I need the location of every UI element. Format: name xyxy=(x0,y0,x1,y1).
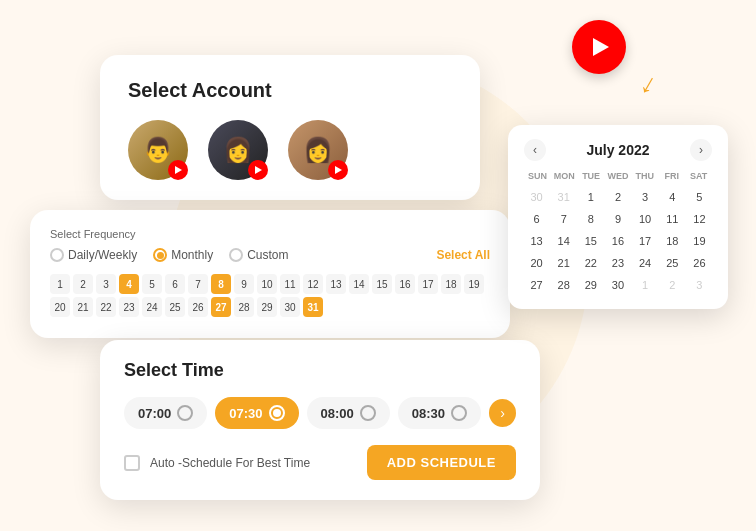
add-schedule-button[interactable]: ADD SCHEDULE xyxy=(367,445,516,480)
calendar-date[interactable]: 11 xyxy=(660,209,685,229)
yt-badge-3 xyxy=(328,160,348,180)
calendar-prev-button[interactable]: ‹ xyxy=(524,139,546,161)
avatars-row: 👨 👩 👩 xyxy=(128,120,452,180)
calendar-day-name: SUN xyxy=(524,171,551,181)
freq-date-cell[interactable]: 6 xyxy=(165,274,185,294)
calendar-dates-grid: 3031123456789101112131415161718192021222… xyxy=(524,187,712,295)
freq-date-cell[interactable]: 11 xyxy=(280,274,300,294)
calendar-day-name: THU xyxy=(631,171,658,181)
auto-schedule-label: Auto -Schedule For Best Time xyxy=(150,456,357,470)
freq-date-cell[interactable]: 20 xyxy=(50,297,70,317)
freq-date-cell[interactable]: 30 xyxy=(280,297,300,317)
calendar-date[interactable]: 12 xyxy=(687,209,712,229)
calendar-date[interactable]: 2 xyxy=(605,187,630,207)
radio-daily xyxy=(50,248,64,262)
calendar-date[interactable]: 4 xyxy=(660,187,685,207)
time-slot-0830[interactable]: 08:30 xyxy=(398,397,481,429)
time-next-arrow[interactable]: › xyxy=(489,399,516,427)
calendar-date[interactable]: 9 xyxy=(605,209,630,229)
freq-date-cell[interactable]: 7 xyxy=(188,274,208,294)
frequency-card: Select Frequency Daily/Weekly Monthly Cu… xyxy=(30,210,510,338)
calendar-date[interactable]: 15 xyxy=(578,231,603,251)
freq-date-cell[interactable]: 9 xyxy=(234,274,254,294)
account-avatar-3[interactable]: 👩 xyxy=(288,120,348,180)
calendar-date[interactable]: 27 xyxy=(524,275,549,295)
freq-date-cell[interactable]: 27 xyxy=(211,297,231,317)
calendar-date[interactable]: 1 xyxy=(633,275,658,295)
calendar-date[interactable]: 28 xyxy=(551,275,576,295)
time-dot-0700 xyxy=(177,405,193,421)
account-avatar-1[interactable]: 👨 xyxy=(128,120,188,180)
freq-date-cell[interactable]: 26 xyxy=(188,297,208,317)
calendar-date[interactable]: 3 xyxy=(687,275,712,295)
freq-date-cell[interactable]: 1 xyxy=(50,274,70,294)
calendar-date[interactable]: 1 xyxy=(578,187,603,207)
time-slot-0700[interactable]: 07:00 xyxy=(124,397,207,429)
freq-date-cell[interactable]: 12 xyxy=(303,274,323,294)
calendar-date[interactable]: 30 xyxy=(524,187,549,207)
calendar-date[interactable]: 3 xyxy=(633,187,658,207)
calendar-date[interactable]: 14 xyxy=(551,231,576,251)
calendar-date[interactable]: 16 xyxy=(605,231,630,251)
auto-schedule-checkbox[interactable] xyxy=(124,455,140,471)
freq-date-cell[interactable]: 4 xyxy=(119,274,139,294)
freq-date-cell[interactable]: 8 xyxy=(211,274,231,294)
freq-date-cell[interactable]: 25 xyxy=(165,297,185,317)
calendar-day-names: SUNMONTUEWEDTHUFRISAT xyxy=(524,171,712,181)
calendar-day-name: FRI xyxy=(658,171,685,181)
freq-date-cell[interactable]: 16 xyxy=(395,274,415,294)
calendar-date[interactable]: 23 xyxy=(605,253,630,273)
freq-monthly[interactable]: Monthly xyxy=(153,248,213,262)
calendar-date[interactable]: 20 xyxy=(524,253,549,273)
radio-monthly-dot xyxy=(157,252,164,259)
account-avatar-2[interactable]: 👩 xyxy=(208,120,268,180)
freq-date-cell[interactable]: 29 xyxy=(257,297,277,317)
freq-date-cell[interactable]: 19 xyxy=(464,274,484,294)
calendar-date[interactable]: 21 xyxy=(551,253,576,273)
freq-date-cell[interactable]: 14 xyxy=(349,274,369,294)
freq-date-cell[interactable]: 24 xyxy=(142,297,162,317)
calendar-date[interactable]: 10 xyxy=(633,209,658,229)
calendar-next-button[interactable]: › xyxy=(690,139,712,161)
calendar-date[interactable]: 22 xyxy=(578,253,603,273)
time-dot-0730 xyxy=(269,405,285,421)
calendar-date[interactable]: 24 xyxy=(633,253,658,273)
calendar-date[interactable]: 13 xyxy=(524,231,549,251)
calendar-date[interactable]: 26 xyxy=(687,253,712,273)
freq-date-cell[interactable]: 2 xyxy=(73,274,93,294)
youtube-main-icon[interactable] xyxy=(572,20,626,74)
calendar-date[interactable]: 6 xyxy=(524,209,549,229)
yt-badge-2 xyxy=(248,160,268,180)
freq-custom[interactable]: Custom xyxy=(229,248,288,262)
freq-date-cell[interactable]: 23 xyxy=(119,297,139,317)
freq-daily-weekly[interactable]: Daily/Weekly xyxy=(50,248,137,262)
calendar-date[interactable]: 30 xyxy=(605,275,630,295)
calendar-date[interactable]: 25 xyxy=(660,253,685,273)
calendar-date[interactable]: 18 xyxy=(660,231,685,251)
freq-date-cell[interactable]: 10 xyxy=(257,274,277,294)
freq-date-cell[interactable]: 31 xyxy=(303,297,323,317)
calendar-date[interactable]: 17 xyxy=(633,231,658,251)
calendar-day-name: MON xyxy=(551,171,578,181)
freq-date-cell[interactable]: 15 xyxy=(372,274,392,294)
calendar-date[interactable]: 7 xyxy=(551,209,576,229)
freq-date-cell[interactable]: 5 xyxy=(142,274,162,294)
freq-date-cell[interactable]: 28 xyxy=(234,297,254,317)
freq-date-cell[interactable]: 21 xyxy=(73,297,93,317)
freq-date-cell[interactable]: 17 xyxy=(418,274,438,294)
calendar-date[interactable]: 31 xyxy=(551,187,576,207)
calendar-date[interactable]: 5 xyxy=(687,187,712,207)
calendar-date[interactable]: 2 xyxy=(660,275,685,295)
time-slot-0730[interactable]: 07:30 xyxy=(215,397,298,429)
calendar-date[interactable]: 29 xyxy=(578,275,603,295)
date-grid: 1234567891011121314151617181920212223242… xyxy=(50,274,490,317)
freq-date-cell[interactable]: 3 xyxy=(96,274,116,294)
freq-date-row: 12345678910111213141516171819 xyxy=(50,274,490,294)
freq-date-cell[interactable]: 18 xyxy=(441,274,461,294)
calendar-date[interactable]: 19 xyxy=(687,231,712,251)
calendar-date[interactable]: 8 xyxy=(578,209,603,229)
freq-date-cell[interactable]: 13 xyxy=(326,274,346,294)
select-all-button[interactable]: Select All xyxy=(436,248,490,262)
time-slot-0800[interactable]: 08:00 xyxy=(307,397,390,429)
freq-date-cell[interactable]: 22 xyxy=(96,297,116,317)
